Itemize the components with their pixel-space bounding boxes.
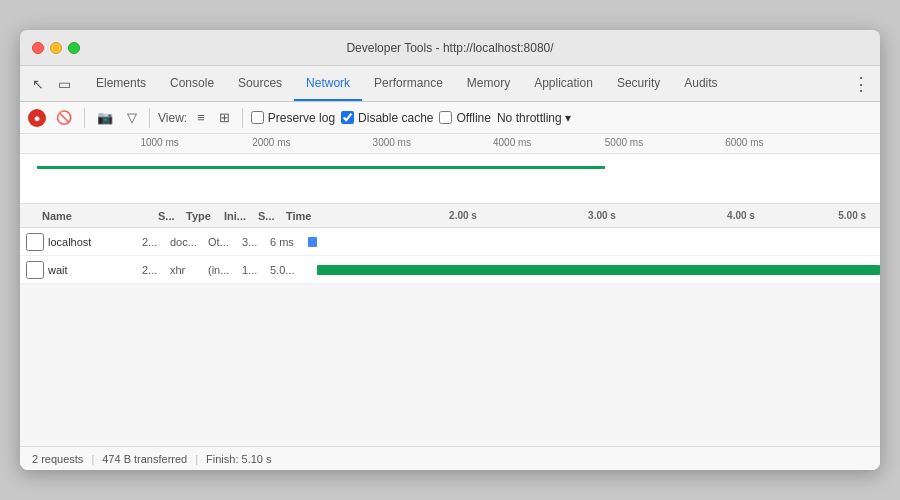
toolbar-separator-3: [242, 108, 243, 128]
disable-cache-label: Disable cache: [358, 111, 433, 125]
row-initiator-wait: (in...: [208, 264, 242, 276]
record-button[interactable]: ●: [28, 109, 46, 127]
tab-memory[interactable]: Memory: [455, 66, 522, 101]
cursor-icon[interactable]: ↖: [28, 74, 48, 94]
wf-label-2s: 2.00 s: [449, 210, 477, 221]
filter-icon[interactable]: ▽: [123, 108, 141, 127]
window-title: Developer Tools - http://localhost:8080/: [346, 41, 553, 55]
status-sep-2: |: [195, 453, 198, 465]
tab-sources[interactable]: Sources: [226, 66, 294, 101]
tick-1000: 1000 ms: [140, 137, 178, 148]
throttling-dropdown[interactable]: No throttling ▾: [497, 111, 571, 125]
network-table: Name S... Type Ini... S... Time 2.00 s 3…: [20, 204, 880, 446]
col-header-name[interactable]: Name: [38, 210, 158, 222]
row-checkbox-wait[interactable]: [26, 261, 44, 279]
tab-network[interactable]: Network: [294, 66, 362, 101]
status-bar: 2 requests | 474 B transferred | Finish:…: [20, 446, 880, 470]
preserve-log-label: Preserve log: [268, 111, 335, 125]
offline-group[interactable]: Offline: [439, 111, 490, 125]
throttling-chevron: ▾: [565, 111, 571, 125]
preserve-log-group[interactable]: Preserve log: [251, 111, 335, 125]
status-transferred: 474 B transferred: [102, 453, 187, 465]
row-time-wait: 5.0...: [270, 264, 308, 276]
list-view-icon[interactable]: ≡: [193, 108, 209, 127]
row-time-localhost: 6 ms: [270, 236, 308, 248]
col-header-time[interactable]: Time: [286, 210, 324, 222]
disable-cache-group[interactable]: Disable cache: [341, 111, 433, 125]
row-type-wait: xhr: [170, 264, 208, 276]
waterfall-bar-wait: [317, 265, 880, 275]
row-waterfall-localhost: [308, 228, 880, 255]
status-sep-1: |: [91, 453, 94, 465]
timeline-overview[interactable]: 1000 ms 2000 ms 3000 ms 4000 ms 5000 ms …: [20, 134, 880, 204]
row-status-localhost: 2...: [142, 236, 170, 248]
row-status-wait: 2...: [142, 264, 170, 276]
network-toolbar: ● 🚫 📷 ▽ View: ≡ ⊞ Preserve log Disable c…: [20, 102, 880, 134]
row-type-localhost: doc...: [170, 236, 208, 248]
table-row[interactable]: wait 2... xhr (in... 1... 5.0...: [20, 256, 880, 284]
waterfall-view-icon[interactable]: ⊞: [215, 108, 234, 127]
offline-label: Offline: [456, 111, 490, 125]
tick-5000: 5000 ms: [605, 137, 643, 148]
row-initiator-localhost: Ot...: [208, 236, 242, 248]
row-name-localhost: localhost: [48, 236, 142, 248]
view-label: View:: [158, 111, 187, 125]
row-checkbox-localhost[interactable]: [26, 233, 44, 251]
tab-security[interactable]: Security: [605, 66, 672, 101]
offline-checkbox[interactable]: [439, 111, 452, 124]
tab-console[interactable]: Console: [158, 66, 226, 101]
more-tabs-button[interactable]: ⋮: [842, 66, 880, 101]
status-finish: Finish: 5.10 s: [206, 453, 271, 465]
col-header-initiator[interactable]: Ini...: [224, 210, 258, 222]
status-requests: 2 requests: [32, 453, 83, 465]
timeline-green-bar: [37, 166, 605, 169]
tab-audits[interactable]: Audits: [672, 66, 729, 101]
tick-4000: 4000 ms: [493, 137, 531, 148]
tab-application[interactable]: Application: [522, 66, 605, 101]
waterfall-bar-localhost: [308, 237, 317, 247]
fullscreen-button[interactable]: [68, 42, 80, 54]
clear-button[interactable]: 🚫: [52, 108, 76, 127]
timeline-chart: [20, 154, 880, 204]
preserve-log-checkbox[interactable]: [251, 111, 264, 124]
table-row[interactable]: localhost 2... doc... Ot... 3... 6 ms: [20, 228, 880, 256]
wf-label-3s: 3.00 s: [588, 210, 616, 221]
inspect-icon[interactable]: ▭: [54, 74, 74, 94]
wf-label-4s: 4.00 s: [727, 210, 755, 221]
minimize-button[interactable]: [50, 42, 62, 54]
row-size-localhost: 3...: [242, 236, 270, 248]
tick-3000: 3000 ms: [373, 137, 411, 148]
traffic-lights: [32, 42, 80, 54]
tick-2000: 2000 ms: [252, 137, 290, 148]
table-body: localhost 2... doc... Ot... 3... 6 ms wa…: [20, 228, 880, 446]
tab-elements[interactable]: Elements: [84, 66, 158, 101]
disable-cache-checkbox[interactable]: [341, 111, 354, 124]
toolbar-separator-2: [149, 108, 150, 128]
col-header-size[interactable]: S...: [258, 210, 286, 222]
row-waterfall-wait: [308, 256, 880, 283]
row-size-wait: 1...: [242, 264, 270, 276]
camera-icon[interactable]: 📷: [93, 108, 117, 127]
throttling-label: No throttling: [497, 111, 562, 125]
wf-label-5s: 5.00 s: [838, 210, 866, 221]
col-header-type[interactable]: Type: [186, 210, 224, 222]
title-bar: Developer Tools - http://localhost:8080/: [20, 30, 880, 66]
table-header-row: Name S... Type Ini... S... Time 2.00 s 3…: [20, 204, 880, 228]
devtools-window: Developer Tools - http://localhost:8080/…: [20, 30, 880, 470]
row-name-wait: wait: [48, 264, 142, 276]
close-button[interactable]: [32, 42, 44, 54]
toolbar-separator-1: [84, 108, 85, 128]
tick-6000: 6000 ms: [725, 137, 763, 148]
tab-icons: ↖ ▭: [28, 66, 74, 101]
tab-bar: ↖ ▭ Elements Console Sources Network Per…: [20, 66, 880, 102]
tab-performance[interactable]: Performance: [362, 66, 455, 101]
col-header-status[interactable]: S...: [158, 210, 186, 222]
